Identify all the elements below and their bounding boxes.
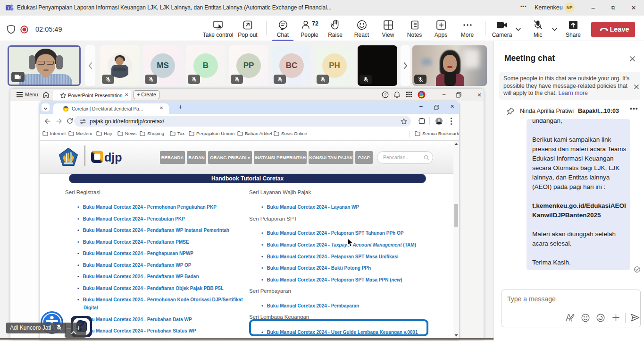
svg-text:djp: djp (104, 151, 122, 164)
svg-text:T: T (7, 6, 10, 10)
svg-text:72: 72 (312, 20, 318, 27)
svg-text:+: + (19, 77, 20, 79)
svg-text:?: ? (384, 93, 386, 97)
